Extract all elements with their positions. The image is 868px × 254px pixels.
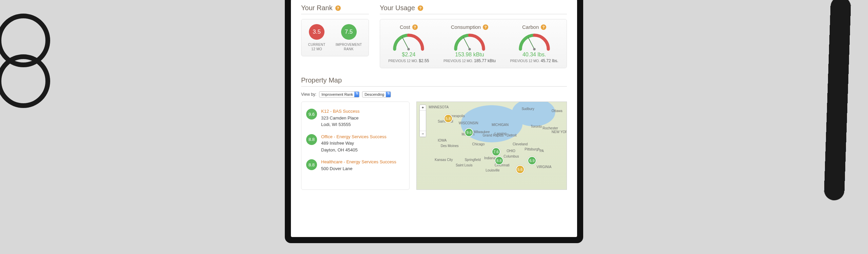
map-city-label: MICHIGAN: [492, 123, 509, 127]
rank-current-value: 3.5: [309, 24, 324, 40]
rank-panel: 3.5 CURRENT 12 MO 7.5 IMPROVEMENT RANK: [301, 19, 369, 56]
rank-improvement-value: 7.5: [341, 24, 357, 40]
help-icon[interactable]: ?: [541, 24, 546, 30]
map-city-label: Toronto: [531, 125, 542, 128]
rank-title: Your Rank ?: [301, 4, 369, 14]
property-address-line2: Lodi, WI 53555: [321, 121, 359, 128]
divider: [301, 14, 369, 14]
list-item[interactable]: 9.6 K12 - BAS Success 323 Camden Place L…: [306, 105, 405, 131]
gauge-consumption: Consumption ? 153.98 kBtu PREVIOUS 12 MO…: [443, 24, 496, 63]
list-item[interactable]: 8.8 Office - Energy Services Success 489…: [306, 131, 405, 156]
property-address-line1: 489 Inisfree Way: [321, 140, 387, 147]
list-item[interactable]: 8.8 Healthcare - Energy Services Success…: [306, 156, 405, 175]
usage-title-text: Your Usage: [380, 4, 415, 12]
property-address-line2: Dayton, OH 45405: [321, 147, 387, 153]
rank-title-text: Your Rank: [301, 4, 333, 12]
rank-improvement-label: IMPROVEMENT RANK: [336, 42, 362, 51]
map-city-label: Detroit: [507, 133, 516, 137]
map-pin[interactable]: 5.8: [444, 114, 453, 123]
sort-direction-select[interactable]: Descending: [362, 91, 391, 97]
property-score-badge: 8.8: [306, 159, 317, 170]
map-city-label: NEW YORK: [552, 130, 567, 134]
map-pin[interactable]: 6.9: [528, 156, 536, 165]
property-map-title: Property Map: [301, 76, 567, 86]
svg-point-3: [468, 48, 471, 50]
svg-line-4: [528, 37, 534, 49]
gauge-previous: PREVIOUS 12 MO. 185.77 kBtu: [443, 58, 496, 63]
gauge-name: Carbon: [522, 24, 539, 30]
help-icon[interactable]: ?: [412, 24, 418, 30]
map-city-label: Springfield: [465, 158, 480, 162]
property-info: Office - Energy Services Success 489 Ini…: [321, 133, 387, 153]
help-icon[interactable]: ?: [483, 24, 488, 30]
svg-point-5: [533, 48, 535, 50]
map-city-label: WISCONSIN: [459, 121, 478, 125]
map-city-label: Cleveland: [513, 142, 528, 146]
svg-line-0: [402, 37, 409, 49]
gauge-title: Carbon ?: [510, 24, 558, 30]
svg-line-2: [463, 37, 470, 49]
property-info: Healthcare - Energy Services Success 500…: [321, 159, 396, 172]
map-city-label: VIRGINIA: [537, 165, 552, 169]
gauge-name: Cost: [400, 24, 410, 30]
gauge-value: 153.98 kBtu: [443, 52, 496, 58]
desk-pen-prop: [824, 0, 851, 201]
rank-current: 3.5 CURRENT 12 MO: [308, 24, 326, 51]
usage-title: Your Usage ?: [380, 4, 567, 14]
gauge-value: $2.24: [388, 52, 429, 58]
gauge-title: Cost ?: [388, 24, 429, 30]
map[interactable]: + − MINNESOTAMinneapolisSaint PaulWISCON…: [416, 102, 567, 190]
desk-glasses-prop: [0, 14, 54, 95]
property-name[interactable]: Healthcare - Energy Services Success: [321, 159, 396, 165]
gauge-carbon: Carbon ? 40.34 lbs. PREVIOUS 12 MO. 45.7…: [510, 24, 558, 63]
map-pin[interactable]: 8.8: [495, 156, 504, 165]
svg-point-1: [408, 48, 410, 50]
map-city-label: Kansas City: [435, 158, 453, 162]
map-pin[interactable]: 5.6: [516, 165, 525, 174]
rank-current-label: CURRENT 12 MO: [308, 42, 326, 51]
map-city-label: Grand Rapids: [482, 133, 504, 137]
map-city-label: PA: [539, 149, 544, 153]
map-city-label: Ottawa: [552, 109, 563, 113]
map-city-label: MINNESOTA: [429, 105, 449, 109]
rank-improvement: 7.5 IMPROVEMENT RANK: [336, 24, 362, 51]
map-city-label: Des Moines: [441, 144, 459, 148]
map-city-label: Sudbury: [521, 107, 534, 111]
property-name[interactable]: K12 - BAS Success: [321, 108, 359, 115]
sort-field-select[interactable]: Improvement Rank: [319, 91, 359, 97]
map-pin[interactable]: 7.6: [492, 147, 500, 156]
view-by-label: View by:: [301, 92, 316, 97]
map-city-label: OHIO: [507, 149, 515, 153]
property-name[interactable]: Office - Energy Services Success: [321, 133, 387, 140]
gauge-title: Consumption ?: [443, 24, 496, 30]
property-map-title-text: Property Map: [301, 76, 342, 84]
tablet-frame: Your Rank ? 3.5 CURRENT 12 MO 7.5 IMPROV…: [285, 0, 583, 243]
usage-panel: Cost ? $2.24 PREVIOUS 12 MO. $2.55 Consu…: [380, 19, 567, 68]
map-background: [417, 102, 567, 189]
divider: [301, 86, 567, 87]
gauge-previous: PREVIOUS 12 MO. 45.72 lbs.: [510, 58, 558, 63]
map-city-label: Saint Louis: [456, 163, 472, 167]
help-icon[interactable]: ?: [418, 5, 423, 11]
gauge-value: 40.34 lbs.: [510, 52, 558, 58]
zoom-in-button[interactable]: +: [420, 105, 426, 111]
property-list: 9.6 K12 - BAS Success 323 Camden Place L…: [301, 102, 410, 190]
map-city-label: IOWA: [438, 139, 447, 142]
help-icon[interactable]: ?: [335, 5, 341, 11]
zoom-slider[interactable]: [420, 111, 426, 131]
map-zoom-control[interactable]: + −: [419, 105, 426, 137]
gauge-previous: PREVIOUS 12 MO. $2.55: [388, 58, 429, 63]
property-address-line1: 500 Dover Lane: [321, 165, 396, 172]
property-score-badge: 8.8: [306, 134, 317, 145]
view-by-controls: View by: Improvement Rank Descending: [301, 91, 567, 97]
map-city-label: Louisville: [486, 168, 499, 172]
divider: [380, 14, 567, 14]
map-city-label: Columbus: [504, 155, 519, 158]
zoom-out-button[interactable]: −: [420, 131, 426, 137]
property-address-line1: 323 Camden Place: [321, 115, 359, 122]
app-screen: Your Rank ? 3.5 CURRENT 12 MO 7.5 IMPROV…: [291, 0, 577, 237]
gauge-name: Consumption: [451, 24, 481, 30]
map-city-label: Pittsburgh: [525, 147, 540, 151]
gauge-cost: Cost ? $2.24 PREVIOUS 12 MO. $2.55: [388, 24, 429, 63]
property-score-badge: 9.6: [306, 109, 317, 120]
